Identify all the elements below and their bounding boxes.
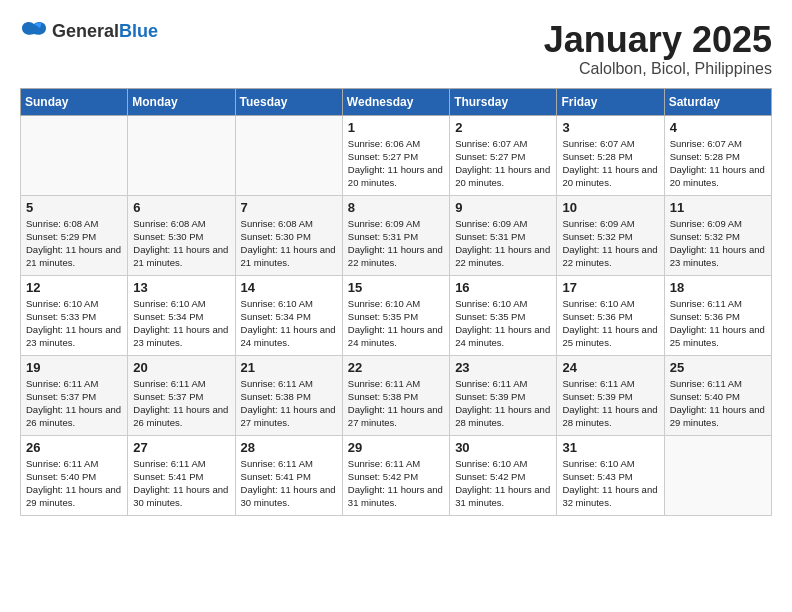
day-number: 27 bbox=[133, 440, 229, 455]
day-number: 9 bbox=[455, 200, 551, 215]
day-number: 16 bbox=[455, 280, 551, 295]
day-cell-4: 4Sunrise: 6:07 AM Sunset: 5:28 PM Daylig… bbox=[664, 115, 771, 195]
day-cell-1: 1Sunrise: 6:06 AM Sunset: 5:27 PM Daylig… bbox=[342, 115, 449, 195]
day-info: Sunrise: 6:11 AM Sunset: 5:36 PM Dayligh… bbox=[670, 297, 766, 350]
day-cell-25: 25Sunrise: 6:11 AM Sunset: 5:40 PM Dayli… bbox=[664, 355, 771, 435]
day-info: Sunrise: 6:11 AM Sunset: 5:39 PM Dayligh… bbox=[455, 377, 551, 430]
day-number: 21 bbox=[241, 360, 337, 375]
day-info: Sunrise: 6:11 AM Sunset: 5:37 PM Dayligh… bbox=[133, 377, 229, 430]
day-info: Sunrise: 6:08 AM Sunset: 5:30 PM Dayligh… bbox=[133, 217, 229, 270]
day-cell-20: 20Sunrise: 6:11 AM Sunset: 5:37 PM Dayli… bbox=[128, 355, 235, 435]
day-number: 31 bbox=[562, 440, 658, 455]
day-info: Sunrise: 6:06 AM Sunset: 5:27 PM Dayligh… bbox=[348, 137, 444, 190]
day-info: Sunrise: 6:11 AM Sunset: 5:38 PM Dayligh… bbox=[348, 377, 444, 430]
day-number: 19 bbox=[26, 360, 122, 375]
day-cell-24: 24Sunrise: 6:11 AM Sunset: 5:39 PM Dayli… bbox=[557, 355, 664, 435]
day-info: Sunrise: 6:10 AM Sunset: 5:34 PM Dayligh… bbox=[241, 297, 337, 350]
calendar-subtitle: Calolbon, Bicol, Philippines bbox=[544, 60, 772, 78]
week-row-1: 1Sunrise: 6:06 AM Sunset: 5:27 PM Daylig… bbox=[21, 115, 772, 195]
day-info: Sunrise: 6:11 AM Sunset: 5:38 PM Dayligh… bbox=[241, 377, 337, 430]
calendar-header: SundayMondayTuesdayWednesdayThursdayFrid… bbox=[21, 88, 772, 115]
day-number: 3 bbox=[562, 120, 658, 135]
day-number: 22 bbox=[348, 360, 444, 375]
empty-cell bbox=[128, 115, 235, 195]
day-number: 24 bbox=[562, 360, 658, 375]
logo: GeneralBlue bbox=[20, 20, 158, 42]
day-info: Sunrise: 6:10 AM Sunset: 5:36 PM Dayligh… bbox=[562, 297, 658, 350]
week-row-2: 5Sunrise: 6:08 AM Sunset: 5:29 PM Daylig… bbox=[21, 195, 772, 275]
day-number: 20 bbox=[133, 360, 229, 375]
day-info: Sunrise: 6:09 AM Sunset: 5:32 PM Dayligh… bbox=[562, 217, 658, 270]
week-row-3: 12Sunrise: 6:10 AM Sunset: 5:33 PM Dayli… bbox=[21, 275, 772, 355]
weekday-header-saturday: Saturday bbox=[664, 88, 771, 115]
day-number: 14 bbox=[241, 280, 337, 295]
day-cell-29: 29Sunrise: 6:11 AM Sunset: 5:42 PM Dayli… bbox=[342, 435, 449, 515]
calendar-title: January 2025 bbox=[544, 20, 772, 60]
day-info: Sunrise: 6:09 AM Sunset: 5:32 PM Dayligh… bbox=[670, 217, 766, 270]
day-info: Sunrise: 6:10 AM Sunset: 5:34 PM Dayligh… bbox=[133, 297, 229, 350]
day-cell-28: 28Sunrise: 6:11 AM Sunset: 5:41 PM Dayli… bbox=[235, 435, 342, 515]
day-cell-12: 12Sunrise: 6:10 AM Sunset: 5:33 PM Dayli… bbox=[21, 275, 128, 355]
weekday-header-sunday: Sunday bbox=[21, 88, 128, 115]
calendar-body: 1Sunrise: 6:06 AM Sunset: 5:27 PM Daylig… bbox=[21, 115, 772, 515]
day-number: 12 bbox=[26, 280, 122, 295]
day-info: Sunrise: 6:11 AM Sunset: 5:41 PM Dayligh… bbox=[241, 457, 337, 510]
day-cell-9: 9Sunrise: 6:09 AM Sunset: 5:31 PM Daylig… bbox=[450, 195, 557, 275]
weekday-header-thursday: Thursday bbox=[450, 88, 557, 115]
day-cell-10: 10Sunrise: 6:09 AM Sunset: 5:32 PM Dayli… bbox=[557, 195, 664, 275]
day-number: 28 bbox=[241, 440, 337, 455]
day-number: 1 bbox=[348, 120, 444, 135]
day-info: Sunrise: 6:10 AM Sunset: 5:35 PM Dayligh… bbox=[348, 297, 444, 350]
weekday-header-wednesday: Wednesday bbox=[342, 88, 449, 115]
day-number: 10 bbox=[562, 200, 658, 215]
day-cell-21: 21Sunrise: 6:11 AM Sunset: 5:38 PM Dayli… bbox=[235, 355, 342, 435]
weekday-row: SundayMondayTuesdayWednesdayThursdayFrid… bbox=[21, 88, 772, 115]
weekday-header-monday: Monday bbox=[128, 88, 235, 115]
day-cell-16: 16Sunrise: 6:10 AM Sunset: 5:35 PM Dayli… bbox=[450, 275, 557, 355]
logo-general: General bbox=[52, 21, 119, 41]
day-cell-5: 5Sunrise: 6:08 AM Sunset: 5:29 PM Daylig… bbox=[21, 195, 128, 275]
day-number: 7 bbox=[241, 200, 337, 215]
day-info: Sunrise: 6:11 AM Sunset: 5:41 PM Dayligh… bbox=[133, 457, 229, 510]
day-cell-27: 27Sunrise: 6:11 AM Sunset: 5:41 PM Dayli… bbox=[128, 435, 235, 515]
day-cell-13: 13Sunrise: 6:10 AM Sunset: 5:34 PM Dayli… bbox=[128, 275, 235, 355]
day-cell-11: 11Sunrise: 6:09 AM Sunset: 5:32 PM Dayli… bbox=[664, 195, 771, 275]
week-row-5: 26Sunrise: 6:11 AM Sunset: 5:40 PM Dayli… bbox=[21, 435, 772, 515]
day-number: 25 bbox=[670, 360, 766, 375]
day-info: Sunrise: 6:09 AM Sunset: 5:31 PM Dayligh… bbox=[455, 217, 551, 270]
day-number: 11 bbox=[670, 200, 766, 215]
day-info: Sunrise: 6:10 AM Sunset: 5:35 PM Dayligh… bbox=[455, 297, 551, 350]
day-info: Sunrise: 6:10 AM Sunset: 5:33 PM Dayligh… bbox=[26, 297, 122, 350]
page-header: GeneralBlue January 2025 Calolbon, Bicol… bbox=[20, 20, 772, 78]
day-number: 23 bbox=[455, 360, 551, 375]
day-info: Sunrise: 6:07 AM Sunset: 5:27 PM Dayligh… bbox=[455, 137, 551, 190]
weekday-header-friday: Friday bbox=[557, 88, 664, 115]
day-cell-23: 23Sunrise: 6:11 AM Sunset: 5:39 PM Dayli… bbox=[450, 355, 557, 435]
day-number: 4 bbox=[670, 120, 766, 135]
empty-cell bbox=[21, 115, 128, 195]
logo-icon bbox=[20, 20, 48, 42]
day-cell-31: 31Sunrise: 6:10 AM Sunset: 5:43 PM Dayli… bbox=[557, 435, 664, 515]
week-row-4: 19Sunrise: 6:11 AM Sunset: 5:37 PM Dayli… bbox=[21, 355, 772, 435]
day-number: 8 bbox=[348, 200, 444, 215]
day-cell-15: 15Sunrise: 6:10 AM Sunset: 5:35 PM Dayli… bbox=[342, 275, 449, 355]
day-info: Sunrise: 6:09 AM Sunset: 5:31 PM Dayligh… bbox=[348, 217, 444, 270]
day-cell-18: 18Sunrise: 6:11 AM Sunset: 5:36 PM Dayli… bbox=[664, 275, 771, 355]
day-info: Sunrise: 6:08 AM Sunset: 5:29 PM Dayligh… bbox=[26, 217, 122, 270]
day-info: Sunrise: 6:11 AM Sunset: 5:40 PM Dayligh… bbox=[26, 457, 122, 510]
day-cell-8: 8Sunrise: 6:09 AM Sunset: 5:31 PM Daylig… bbox=[342, 195, 449, 275]
day-cell-2: 2Sunrise: 6:07 AM Sunset: 5:27 PM Daylig… bbox=[450, 115, 557, 195]
day-number: 30 bbox=[455, 440, 551, 455]
day-cell-30: 30Sunrise: 6:10 AM Sunset: 5:42 PM Dayli… bbox=[450, 435, 557, 515]
day-number: 26 bbox=[26, 440, 122, 455]
day-info: Sunrise: 6:10 AM Sunset: 5:43 PM Dayligh… bbox=[562, 457, 658, 510]
day-number: 17 bbox=[562, 280, 658, 295]
day-cell-7: 7Sunrise: 6:08 AM Sunset: 5:30 PM Daylig… bbox=[235, 195, 342, 275]
day-cell-22: 22Sunrise: 6:11 AM Sunset: 5:38 PM Dayli… bbox=[342, 355, 449, 435]
calendar-table: SundayMondayTuesdayWednesdayThursdayFrid… bbox=[20, 88, 772, 516]
day-info: Sunrise: 6:11 AM Sunset: 5:40 PM Dayligh… bbox=[670, 377, 766, 430]
day-number: 29 bbox=[348, 440, 444, 455]
day-info: Sunrise: 6:07 AM Sunset: 5:28 PM Dayligh… bbox=[562, 137, 658, 190]
empty-cell bbox=[664, 435, 771, 515]
empty-cell bbox=[235, 115, 342, 195]
